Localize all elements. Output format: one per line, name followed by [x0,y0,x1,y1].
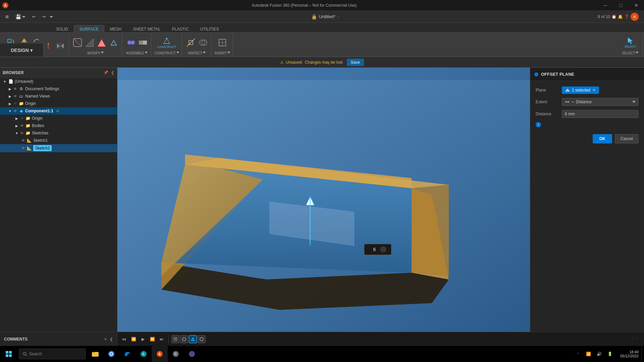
tree-item-docsettings[interactable]: ▶ 👁 ⚙ Document Settings [0,85,117,93]
maximize-button[interactable]: □ [613,0,629,11]
plane-selected-pill: 1 selected ✕ [562,86,599,94]
systray-up-arrow[interactable]: ⌃ [573,349,583,359]
warning-icon: ⚠ [280,60,284,65]
plane-label: Plane [536,88,559,93]
timeline-play-button[interactable]: ▶ [139,335,147,343]
browser-pin-icon[interactable]: 📌 [104,70,108,75]
select-button[interactable]: SELECT [621,35,640,50]
timeline-next-button[interactable]: ⏩ [148,335,156,343]
timeline-step-4[interactable] [198,335,206,343]
more-create-button[interactable] [43,41,54,51]
tree-item-component1[interactable]: ▼ 👁 ◆ Component1:1 ⚙ [0,107,117,115]
offset-info: i [536,122,639,127]
chamfer-button[interactable] [84,37,95,48]
tree-item-sketch2[interactable]: 👁 📐 Sketch2 [0,144,117,152]
taskbar-clock[interactable]: 18:40 05/12/2022 [618,350,641,358]
tab-sheet-metal[interactable]: SHEET METAL [127,25,166,33]
browser-collapse-icon[interactable]: ❮ [111,70,114,75]
window-title: Autodesk Fusion 360 (Personal – Not for … [11,3,598,8]
interference-button[interactable] [198,37,208,48]
taskbar-tool2[interactable] [184,346,200,362]
insert-mesh-button[interactable] [217,37,228,48]
plane-clear-button[interactable]: ✕ [592,88,596,93]
svg-text:A: A [142,352,145,356]
align-button[interactable] [138,37,148,48]
svg-marker-69 [192,338,194,341]
joint-button[interactable] [125,37,136,48]
visibility-icon[interactable]: 👁 [13,87,17,91]
construct-button[interactable]: CONSTRUCT [160,35,173,50]
systray-network-icon[interactable]: 📶 [584,349,593,359]
timeline-step-2[interactable] [180,335,188,343]
tree-item-origin2[interactable]: ▶ 👁 📁 Origin [0,115,117,122]
minimize-button[interactable]: ─ [598,0,613,11]
measure-button[interactable] [185,37,196,48]
tab-surface[interactable]: SURFACE [74,25,104,33]
timeline-prev-button[interactable]: ⏪ [129,335,138,343]
shell-button[interactable] [96,37,107,48]
taskbar-fusion360[interactable]: A [152,346,168,362]
plane-value: 1 selected [572,88,590,93]
collapse-comments-icon[interactable]: ❮ [110,337,113,342]
tree-expand-root[interactable]: ▼ [3,79,7,83]
systray-volume-icon[interactable]: 🔊 [595,349,604,359]
redo-button[interactable]: ↪ [40,13,48,20]
start-button[interactable] [0,346,17,362]
unsaved-bar: ⚠ Unsaved: Changes may be lost Save [0,57,644,68]
svg-text:⋯: ⋯ [382,248,385,251]
distance-input[interactable] [562,110,639,118]
svg-marker-21 [101,52,104,54]
tree-item-root[interactable]: ▼ 📄 (Unsaved) [0,78,117,85]
extent-dropdown[interactable]: ↔ Distance [562,98,639,106]
user-avatar[interactable]: A [631,13,639,21]
show-desktop-button[interactable] [641,346,644,362]
tree-item-origin[interactable]: ▶ 👁 📁 Origin [0,100,117,107]
tree-item-sketch1[interactable]: 👁 📐 Sketch1 [0,137,117,144]
comp1-vis-icon[interactable]: 👁 [13,109,17,113]
svg-text:A: A [4,4,6,7]
taskbar-search[interactable]: Search [19,349,86,359]
select-group: SELECT SELECT [618,34,643,56]
tab-solid[interactable]: SOLID [50,25,74,33]
systray-battery-icon[interactable]: 🔋 [605,349,615,359]
namedviews-vis-icon[interactable]: 👁 [13,94,17,98]
taskbar-edge[interactable] [119,346,136,362]
svg-rect-66 [173,337,177,341]
undo-button[interactable]: ↩ [30,13,38,20]
ok-button[interactable]: OK [593,134,612,143]
taskbar-rhino[interactable]: R [168,346,184,362]
fillet-button[interactable] [72,37,83,48]
taskbar-arduino[interactable]: A [136,346,152,362]
tab-utilities[interactable]: UTILITIES [195,25,225,33]
comments-panel: COMMENTS + ❮ [0,332,117,346]
systray: ⌃ 📶 🔊 🔋 [571,349,618,359]
tab-mesh[interactable]: MESH [104,25,127,33]
add-comment-button[interactable]: + [104,336,107,342]
svg-marker-2 [22,16,25,18]
design-dropdown-button[interactable]: DESIGN ▾ [0,44,44,57]
svg-marker-15 [61,43,64,49]
tab-plastic[interactable]: PLASTIC [166,25,195,33]
tree-item-bodies[interactable]: ▶ 👁 📁 Bodies [0,122,117,129]
mirror-button[interactable] [55,41,66,51]
save-button[interactable]: Save [347,59,364,66]
timeline-step-3[interactable] [189,335,197,343]
taskbar-file-explorer[interactable] [87,346,103,362]
offset-panel-body: Plane 1 selected ✕ Extent ↔ Distance [530,81,644,149]
timeline-step-1[interactable] [171,335,179,343]
tree-item-sketches[interactable]: ▼ 👁 📁 Sketches [0,129,117,137]
tree-item-namedviews[interactable]: ▶ 👁 🗂 Named Views [0,93,117,100]
taskbar-chrome[interactable] [103,346,119,362]
timeline-end-button[interactable]: ⏭ [158,335,166,343]
app-logo: A [0,0,11,11]
svg-rect-25 [143,41,147,45]
file-menu[interactable]: 💾 [13,13,28,21]
svg-rect-51 [364,244,391,255]
app-grid-button[interactable]: ⊞ [3,13,11,20]
cancel-button[interactable]: Cancel [615,134,639,143]
scale-button[interactable] [108,37,119,48]
close-button[interactable]: ✕ [629,0,644,11]
timeline-start-button[interactable]: ⏮ [120,335,128,343]
modify-group: MODIFY [69,34,122,56]
origin-vis-icon[interactable]: 👁 [13,102,17,106]
